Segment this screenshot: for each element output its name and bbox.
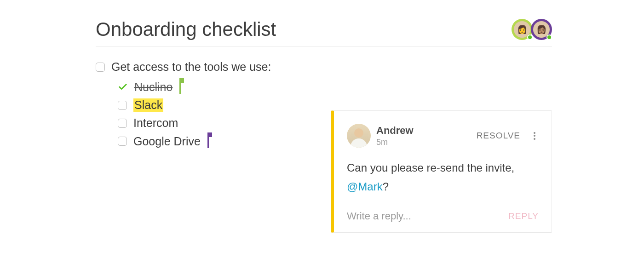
- resolve-button[interactable]: RESOLVE: [477, 131, 520, 141]
- checklist-item-label: Intercom: [133, 116, 178, 130]
- collaborator-avatar-2[interactable]: 👩🏽: [531, 19, 552, 40]
- document-header: Onboarding checklist 👩 👩🏽: [96, 18, 552, 46]
- comment-avatar-icon[interactable]: [347, 124, 371, 148]
- page-title: Onboarding checklist: [96, 18, 276, 40]
- comment-actions: RESOLVE: [477, 131, 539, 141]
- checklist-item-label: Slack: [133, 98, 163, 112]
- checklist-item-label: Get access to the tools we use:: [111, 60, 271, 74]
- checkbox-unchecked-icon[interactable]: [118, 101, 127, 110]
- collaborator-avatar-1[interactable]: 👩: [512, 19, 533, 40]
- user-mention[interactable]: @Mark: [347, 180, 383, 193]
- comment-body: Can you please re-send the invite, @Mark…: [347, 159, 539, 196]
- checkmark-icon[interactable]: [118, 82, 128, 92]
- comment-author-block: Andrew 5m: [347, 124, 414, 148]
- comment-text: ?: [383, 180, 389, 193]
- reply-row: REPLY: [347, 210, 539, 222]
- checkbox-unchecked-icon[interactable]: [118, 119, 127, 128]
- comment-header: Andrew 5m RESOLVE: [347, 124, 539, 148]
- checklist-item-label: Nuclino: [134, 80, 172, 94]
- comment-timestamp: 5m: [376, 138, 414, 147]
- collaborator-cursor-icon: [207, 134, 209, 148]
- presence-online-icon: [546, 34, 552, 40]
- comment-author-name: Andrew: [376, 125, 414, 137]
- more-menu-icon[interactable]: [530, 132, 539, 140]
- reply-input[interactable]: [347, 210, 508, 222]
- collaborator-avatars: 👩 👩🏽: [512, 19, 552, 40]
- checklist-item-nuclino[interactable]: Nuclino: [118, 80, 552, 94]
- comment-thread: Andrew 5m RESOLVE Can you please re-send…: [331, 110, 552, 233]
- collaborator-cursor-icon: [179, 80, 181, 94]
- reply-button[interactable]: REPLY: [508, 211, 539, 221]
- checklist-parent-item[interactable]: Get access to the tools we use:: [96, 60, 552, 74]
- checkbox-unchecked-icon[interactable]: [96, 63, 105, 72]
- comment-text: Can you please re-send the invite,: [347, 161, 514, 174]
- checkbox-unchecked-icon[interactable]: [118, 137, 127, 146]
- checklist-item-slack[interactable]: Slack: [118, 98, 552, 112]
- checklist-item-label: Google Drive: [133, 135, 201, 148]
